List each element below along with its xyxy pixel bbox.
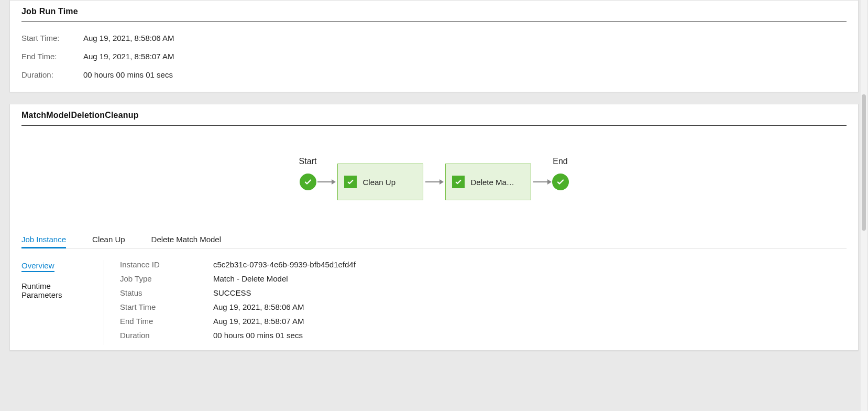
start-time-row: Start Time: Aug 19, 2021, 8:58:06 AM xyxy=(21,34,847,42)
job-run-time-card: Job Run Time Start Time: Aug 19, 2021, 8… xyxy=(9,0,859,92)
label-end-time: End Time xyxy=(120,317,213,326)
duration-label: Duration: xyxy=(21,70,83,79)
value-job-type: Match - Delete Model xyxy=(213,274,288,283)
detail-area: Overview Runtime Parameters Instance ID … xyxy=(21,260,847,345)
row-instance-id: Instance ID c5c2b31c-0793-4e6b-9939-bfb4… xyxy=(120,260,847,269)
end-time-value: Aug 19, 2021, 8:58:07 AM xyxy=(83,52,174,61)
tab-job-instance[interactable]: Job Instance xyxy=(21,232,66,248)
check-circle-icon xyxy=(552,174,569,190)
side-nav-overview[interactable]: Overview xyxy=(21,261,54,272)
end-time-row: End Time: Aug 19, 2021, 8:58:07 AM xyxy=(21,52,847,61)
label-instance-id: Instance ID xyxy=(120,260,213,269)
label-status: Status xyxy=(120,288,213,297)
workflow-step-clean-up[interactable]: Clean Up xyxy=(337,164,423,200)
label-duration: Duration xyxy=(120,331,213,340)
row-job-type: Job Type Match - Delete Model xyxy=(120,274,847,283)
arrow-icon xyxy=(533,181,551,182)
check-square-icon xyxy=(344,176,357,188)
duration-value: 00 hours 00 mins 01 secs xyxy=(83,70,173,79)
label-job-type: Job Type xyxy=(120,274,213,283)
row-status: Status SUCCESS xyxy=(120,288,847,297)
workflow-diagram: Start Clean Up xyxy=(21,137,847,232)
value-instance-id: c5c2b31c-0793-4e6b-9939-bfb45d1efd4f xyxy=(213,260,356,269)
side-nav: Overview Runtime Parameters xyxy=(21,260,104,345)
tab-delete-match-model[interactable]: Delete Match Model xyxy=(151,232,221,248)
page-root: Job Run Time Start Time: Aug 19, 2021, 8… xyxy=(0,0,868,351)
check-circle-icon xyxy=(300,174,316,190)
workflow-end-node[interactable]: End xyxy=(552,174,569,190)
detail-table: Instance ID c5c2b31c-0793-4e6b-9939-bfb4… xyxy=(104,260,847,345)
value-end-time: Aug 19, 2021, 8:58:07 AM xyxy=(213,317,304,326)
start-time-label: Start Time: xyxy=(21,34,83,42)
end-time-label: End Time: xyxy=(21,52,83,61)
label-start-time: Start Time xyxy=(120,302,213,311)
workflow-inner: Start Clean Up xyxy=(300,164,569,200)
vertical-scrollbar[interactable] xyxy=(861,0,867,411)
check-square-icon xyxy=(452,176,465,188)
row-end-time: End Time Aug 19, 2021, 8:58:07 AM xyxy=(120,317,847,326)
workflow-title: MatchModelDeletionCleanup xyxy=(21,111,847,126)
value-duration: 00 hours 00 mins 01 secs xyxy=(213,331,303,340)
duration-row: Duration: 00 hours 00 mins 01 secs xyxy=(21,70,847,79)
row-start-time: Start Time Aug 19, 2021, 8:58:06 AM xyxy=(120,302,847,311)
value-start-time: Aug 19, 2021, 8:58:06 AM xyxy=(213,302,304,311)
scrollbar-thumb[interactable] xyxy=(862,94,866,231)
arrow-icon xyxy=(317,181,335,182)
workflow-start-node[interactable]: Start xyxy=(300,174,316,190)
row-duration: Duration 00 hours 00 mins 01 secs xyxy=(120,331,847,340)
workflow-card: MatchModelDeletionCleanup Start Clean Up xyxy=(9,104,859,351)
workflow-start-label: Start xyxy=(299,157,317,166)
tab-clean-up[interactable]: Clean Up xyxy=(92,232,125,248)
workflow-end-label: End xyxy=(553,157,567,166)
workflow-step-delete-match-model[interactable]: Delete Ma… xyxy=(445,164,531,200)
job-run-time-title: Job Run Time xyxy=(21,7,847,22)
tabs-bar: Job Instance Clean Up Delete Match Model xyxy=(21,232,847,248)
start-time-value: Aug 19, 2021, 8:58:06 AM xyxy=(83,34,174,42)
workflow-step-label: Delete Ma… xyxy=(471,178,514,187)
workflow-step-label: Clean Up xyxy=(363,178,396,187)
side-nav-runtime-parameters[interactable]: Runtime Parameters xyxy=(21,282,91,299)
value-status: SUCCESS xyxy=(213,288,251,297)
arrow-icon xyxy=(425,181,443,182)
